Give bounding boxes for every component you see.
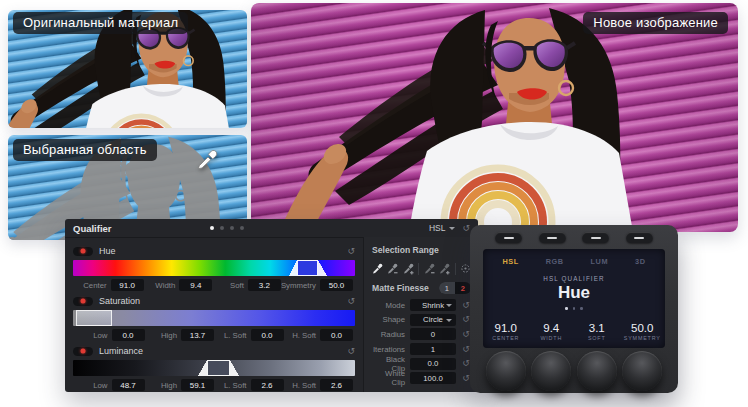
knob-center[interactable] bbox=[486, 351, 526, 391]
hue-reset-icon[interactable]: ↺ bbox=[347, 247, 355, 256]
saturation-params: Low0.0 High13.7 L. Soft0.0 H. Soft0.0 bbox=[73, 329, 355, 341]
page-2-tab[interactable]: 2 bbox=[455, 282, 471, 294]
hue-params: Center91.0 Width9.4 Soft3.2 Symmetry50.0 bbox=[73, 279, 355, 291]
hue-symmetry-field[interactable]: 50.0 bbox=[320, 279, 353, 291]
luminance-params: Low48.7 High59.1 L. Soft2.6 H. Soft2.6 bbox=[73, 379, 355, 391]
matte-finesse-header: Matte Finesse 1 2 bbox=[372, 282, 471, 294]
lcd-tabs: HSL RGB LUM 3D bbox=[483, 249, 665, 266]
qualifier-mode-dropdown[interactable]: HSL bbox=[429, 223, 456, 233]
shape-dropdown[interactable]: Circle bbox=[410, 314, 456, 326]
panel-lcd-screen: HSL RGB LUM 3D HSL QUALIFIER Hue 91.0CEN… bbox=[483, 249, 665, 348]
saturation-reset-icon[interactable]: ↺ bbox=[347, 297, 355, 306]
new-image-label: Новое изображение bbox=[583, 12, 728, 34]
hue-center-field[interactable]: 91.0 bbox=[111, 279, 144, 291]
qualifier-panel: Qualifier HSL ↺ Hue ↺ Cen bbox=[65, 219, 478, 392]
readout-center-label: CENTER bbox=[483, 335, 529, 341]
black-clip-field[interactable]: 0.0 bbox=[410, 358, 456, 370]
chevron-down-icon bbox=[446, 319, 452, 322]
lum-hsoft-field[interactable]: 2.6 bbox=[320, 379, 353, 391]
hue-soft-field[interactable]: 3.2 bbox=[248, 279, 281, 291]
hue-strip[interactable] bbox=[73, 260, 355, 276]
lum-high-field[interactable]: 59.1 bbox=[181, 379, 214, 391]
radius-row: Radius 0 ↺ bbox=[372, 327, 471, 342]
param-label: Symmetry bbox=[281, 281, 316, 290]
readout-width-value: 9.4 bbox=[529, 322, 575, 334]
lum-low-field[interactable]: 48.7 bbox=[112, 379, 145, 391]
saturation-enable-toggle[interactable] bbox=[73, 297, 93, 306]
mode-row: Mode Shrink ↺ bbox=[372, 298, 471, 313]
soft-key-button-2[interactable] bbox=[539, 232, 566, 243]
saturation-row-header: Saturation ↺ bbox=[73, 294, 355, 308]
luminance-label: Luminance bbox=[99, 346, 143, 356]
iterations-field[interactable]: 1 bbox=[410, 343, 456, 355]
param-label: High bbox=[161, 331, 177, 340]
param-label: L. Soft bbox=[224, 381, 247, 390]
add-eyedropper-icon[interactable] bbox=[403, 262, 414, 275]
selected-label: Выбранная область bbox=[13, 139, 157, 161]
softness-subtract-eyedropper-icon[interactable] bbox=[424, 262, 435, 275]
sat-high-field[interactable]: 13.7 bbox=[181, 329, 214, 341]
white-clip-field[interactable]: 100.0 bbox=[410, 372, 456, 384]
pick-eyedropper-icon[interactable] bbox=[372, 262, 383, 275]
page-1-tab[interactable]: 1 bbox=[439, 282, 455, 294]
softness-add-eyedropper-icon[interactable] bbox=[439, 262, 450, 275]
luminance-reset-icon[interactable]: ↺ bbox=[347, 347, 355, 356]
lum-lsoft-field[interactable]: 2.6 bbox=[251, 379, 284, 391]
luminance-enable-toggle[interactable] bbox=[73, 347, 93, 356]
knob-symmetry[interactable] bbox=[622, 351, 662, 391]
readout-width-label: WIDTH bbox=[529, 335, 575, 341]
param-label: Soft bbox=[230, 281, 244, 290]
param-label: High bbox=[161, 381, 177, 390]
param-label: Width bbox=[155, 281, 175, 290]
toolbar-divider bbox=[418, 263, 419, 275]
soft-key-button-3[interactable] bbox=[582, 232, 609, 243]
hue-label: Hue bbox=[99, 246, 116, 256]
hue-enable-toggle[interactable] bbox=[73, 247, 93, 256]
sat-hsoft-field[interactable]: 0.0 bbox=[320, 329, 353, 341]
white-clip-row: White Clip 100.0 ↺ bbox=[372, 371, 471, 386]
sat-lsoft-field[interactable]: 0.0 bbox=[251, 329, 284, 341]
soft-key-buttons bbox=[470, 225, 678, 243]
radius-label: Radius bbox=[372, 330, 405, 339]
reset-all-icon[interactable]: ↺ bbox=[462, 224, 470, 233]
saturation-range-marker[interactable] bbox=[76, 310, 113, 326]
lcd-page-dots bbox=[483, 307, 665, 310]
hue-range-marker[interactable] bbox=[289, 260, 327, 276]
subtract-eyedropper-icon[interactable] bbox=[387, 262, 398, 275]
saturation-label: Saturation bbox=[99, 296, 140, 306]
mode-dropdown[interactable]: Shrink bbox=[410, 299, 456, 311]
original-clip-image: Оригинальный материал bbox=[8, 10, 247, 128]
soft-key-button-1[interactable] bbox=[495, 232, 522, 243]
toolbar-divider bbox=[455, 263, 456, 275]
sat-low-field[interactable]: 0.0 bbox=[112, 329, 145, 341]
chevron-down-icon bbox=[446, 304, 452, 307]
knob-soft[interactable] bbox=[577, 351, 617, 391]
lcd-heading: HSL QUALIFIER bbox=[483, 275, 665, 282]
page: Оригинальный материал Выбранная область … bbox=[0, 0, 748, 407]
param-label: L. Soft bbox=[224, 331, 247, 340]
tab-rgb[interactable]: RGB bbox=[546, 257, 564, 266]
matte-finesse-page-switch[interactable]: 1 2 bbox=[439, 282, 471, 294]
luminance-strip[interactable] bbox=[73, 360, 355, 376]
woman-photo-figure bbox=[251, 3, 738, 232]
hue-row-header: Hue ↺ bbox=[73, 244, 355, 258]
mode-label: Mode bbox=[372, 301, 405, 310]
knob-width[interactable] bbox=[531, 351, 571, 391]
soft-key-button-4[interactable] bbox=[626, 232, 653, 243]
param-label: Low bbox=[93, 331, 107, 340]
radius-field[interactable]: 0 bbox=[410, 328, 456, 340]
tab-hsl[interactable]: HSL bbox=[502, 257, 518, 266]
tab-lum[interactable]: LUM bbox=[591, 257, 609, 266]
hardware-control-panel: HSL RGB LUM 3D HSL QUALIFIER Hue 91.0CEN… bbox=[470, 225, 678, 393]
panel-page-dots[interactable] bbox=[65, 219, 388, 237]
luminance-range-marker[interactable] bbox=[198, 360, 239, 376]
luminance-row-header: Luminance ↺ bbox=[73, 344, 355, 358]
tab-3d[interactable]: 3D bbox=[635, 257, 646, 266]
qualifier-tools: Selection Range Matte Finesse 1 2 bbox=[363, 237, 478, 392]
shape-value: Circle bbox=[423, 315, 443, 324]
white-clip-label: White Clip bbox=[372, 369, 405, 387]
saturation-strip[interactable] bbox=[73, 310, 355, 326]
hue-width-field[interactable]: 9.4 bbox=[179, 279, 212, 291]
lcd-current-control: Hue bbox=[483, 283, 665, 303]
shape-label: Shape bbox=[372, 315, 405, 324]
